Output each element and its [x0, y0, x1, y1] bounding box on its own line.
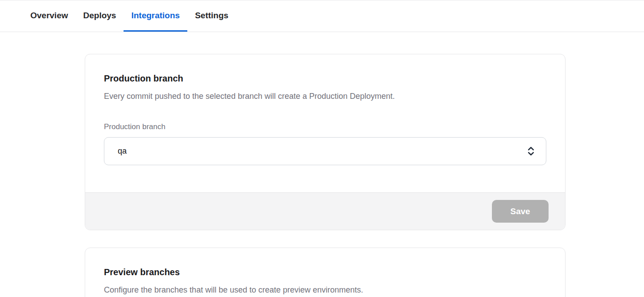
preview-branches-card-body: Preview branches Configure the branches … — [85, 248, 565, 297]
preview-branches-card: Preview branches Configure the branches … — [85, 248, 566, 297]
production-branch-field-label: Production branch — [104, 122, 546, 131]
production-branch-card: Production branch Every commit pushed to… — [85, 54, 566, 230]
chevron-up-down-icon — [528, 146, 534, 156]
production-branch-card-footer: Save — [85, 192, 565, 230]
project-tab-bar: Overview Deploys Integrations Settings — [0, 0, 644, 32]
preview-branches-description: Configure the branches that will be used… — [104, 285, 546, 295]
production-branch-select[interactable]: qa — [104, 137, 546, 165]
preview-branches-title: Preview branches — [104, 266, 546, 278]
save-button[interactable]: Save — [492, 200, 549, 223]
tab-overview[interactable]: Overview — [23, 0, 76, 32]
production-branch-select-value: qa — [118, 146, 127, 156]
tab-deploys[interactable]: Deploys — [76, 0, 124, 32]
integrations-page: Production branch Every commit pushed to… — [0, 54, 644, 297]
tab-integrations[interactable]: Integrations — [124, 0, 187, 32]
tab-settings[interactable]: Settings — [187, 0, 236, 32]
production-branch-field: Production branch qa — [104, 122, 546, 165]
production-branch-title: Production branch — [104, 73, 546, 84]
production-branch-description: Every commit pushed to the selected bran… — [104, 91, 546, 102]
production-branch-card-body: Production branch Every commit pushed to… — [85, 54, 565, 192]
